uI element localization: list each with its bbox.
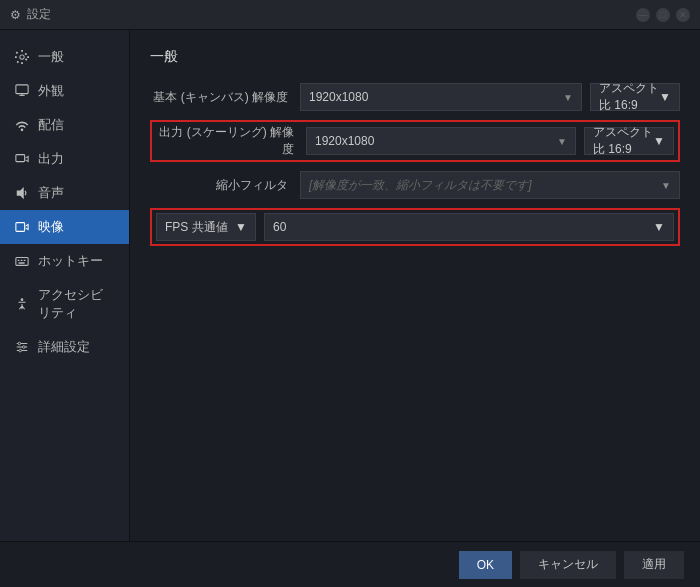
svg-rect-0 — [16, 85, 28, 94]
sidebar-item-appearance-label: 外観 — [38, 82, 64, 100]
accessibility-icon — [14, 296, 30, 312]
svg-rect-7 — [18, 260, 20, 261]
fps-row: FPS 共通値 ▼ 60 ▼ — [156, 212, 674, 242]
output-resolution-arrow: ▼ — [557, 136, 567, 147]
svg-marker-4 — [17, 187, 24, 199]
output-resolution-control: 1920x1080 ▼ アスペクト比 16:9 ▼ — [306, 127, 674, 155]
window-controls: — □ ✕ — [636, 8, 690, 22]
title-bar: ⚙ 設定 — □ ✕ — [0, 0, 700, 30]
sidebar-item-output[interactable]: 出力 — [0, 142, 129, 176]
downscale-filter-label: 縮小フィルタ — [150, 177, 300, 194]
sidebar-item-general[interactable]: 一般 — [0, 40, 129, 74]
sidebar-item-audio[interactable]: 音声 — [0, 176, 129, 210]
downscale-filter-row: 縮小フィルタ [解像度が一致、縮小フィルタは不要です] ▼ — [150, 170, 680, 200]
base-aspect-select[interactable]: アスペクト比 16:9 ▼ — [590, 83, 680, 111]
svg-point-12 — [18, 342, 21, 345]
output-resolution-row: 出力 (スケーリング) 解像度 1920x1080 ▼ アスペクト比 16:9 … — [156, 124, 674, 158]
svg-rect-8 — [21, 260, 23, 261]
sidebar-item-video-label: 映像 — [38, 218, 64, 236]
downscale-filter-arrow: ▼ — [661, 180, 671, 191]
output-aspect-arrow: ▼ — [653, 134, 665, 148]
downscale-filter-control: [解像度が一致、縮小フィルタは不要です] ▼ — [300, 171, 680, 199]
sidebar-item-stream-label: 配信 — [38, 116, 64, 134]
keyboard-icon — [14, 253, 30, 269]
base-resolution-arrow: ▼ — [563, 92, 573, 103]
gear-title-icon: ⚙ — [10, 8, 21, 22]
audio-icon — [14, 185, 30, 201]
sidebar-item-output-label: 出力 — [38, 150, 64, 168]
sidebar-item-stream[interactable]: 配信 — [0, 108, 129, 142]
fps-type-arrow: ▼ — [235, 220, 247, 234]
title-bar-title: ⚙ 設定 — [10, 6, 51, 23]
base-resolution-control: 1920x1080 ▼ アスペクト比 16:9 ▼ — [300, 83, 680, 111]
svg-rect-5 — [16, 223, 25, 232]
maximize-button[interactable]: □ — [656, 8, 670, 22]
output-resolution-select[interactable]: 1920x1080 ▼ — [306, 127, 576, 155]
fps-type-select[interactable]: FPS 共通値 ▼ — [156, 213, 256, 241]
base-resolution-label: 基本 (キャンバス) 解像度 — [150, 89, 300, 106]
base-resolution-select[interactable]: 1920x1080 ▼ — [300, 83, 582, 111]
close-button[interactable]: ✕ — [676, 8, 690, 22]
svg-rect-6 — [16, 258, 28, 266]
minimize-button[interactable]: — — [636, 8, 650, 22]
downscale-filter-select[interactable]: [解像度が一致、縮小フィルタは不要です] ▼ — [300, 171, 680, 199]
main-layout: 一般 外観 配信 出力 音声 — [0, 30, 700, 587]
svg-rect-10 — [19, 262, 25, 263]
section-title: 一般 — [150, 48, 680, 66]
fps-value-select[interactable]: 60 ▼ — [264, 213, 674, 241]
video-icon — [14, 219, 30, 235]
ok-button[interactable]: OK — [459, 551, 512, 579]
advanced-icon — [14, 339, 30, 355]
output-aspect-select[interactable]: アスペクト比 16:9 ▼ — [584, 127, 674, 155]
svg-rect-3 — [16, 155, 25, 162]
sidebar-item-accessibility[interactable]: アクセシビリティ — [0, 278, 129, 330]
fps-control: FPS 共通値 ▼ 60 ▼ — [156, 213, 674, 241]
sidebar-item-video[interactable]: 映像 — [0, 210, 129, 244]
fps-value-arrow: ▼ — [653, 220, 665, 234]
svg-rect-9 — [24, 260, 26, 261]
gear-icon — [14, 49, 30, 65]
svg-point-14 — [19, 349, 22, 352]
sidebar-item-accessibility-label: アクセシビリティ — [38, 286, 115, 322]
sidebar-item-hotkeys-label: ホットキー — [38, 252, 103, 270]
sidebar-item-hotkeys[interactable]: ホットキー — [0, 244, 129, 278]
apply-button[interactable]: 適用 — [624, 551, 684, 579]
output-resolution-label: 出力 (スケーリング) 解像度 — [156, 124, 306, 158]
monitor-icon — [14, 83, 30, 99]
sidebar-item-advanced-label: 詳細設定 — [38, 338, 90, 356]
output-icon — [14, 151, 30, 167]
output-resolution-border: 出力 (スケーリング) 解像度 1920x1080 ▼ アスペクト比 16:9 … — [150, 120, 680, 162]
sidebar-item-general-label: 一般 — [38, 48, 64, 66]
content-area: 一般 基本 (キャンバス) 解像度 1920x1080 ▼ アスペクト比 16:… — [130, 30, 700, 587]
wifi-icon — [14, 117, 30, 133]
fps-border: FPS 共通値 ▼ 60 ▼ — [150, 208, 680, 246]
bottom-bar: OK キャンセル 適用 — [0, 541, 700, 587]
sidebar-item-audio-label: 音声 — [38, 184, 64, 202]
base-resolution-row: 基本 (キャンバス) 解像度 1920x1080 ▼ アスペクト比 16:9 ▼ — [150, 82, 680, 112]
sidebar-item-appearance[interactable]: 外観 — [0, 74, 129, 108]
svg-point-13 — [22, 346, 25, 349]
svg-point-11 — [21, 298, 24, 301]
base-aspect-arrow: ▼ — [659, 90, 671, 104]
cancel-button[interactable]: キャンセル — [520, 551, 616, 579]
sidebar-item-advanced[interactable]: 詳細設定 — [0, 330, 129, 364]
sidebar: 一般 外観 配信 出力 音声 — [0, 30, 130, 587]
